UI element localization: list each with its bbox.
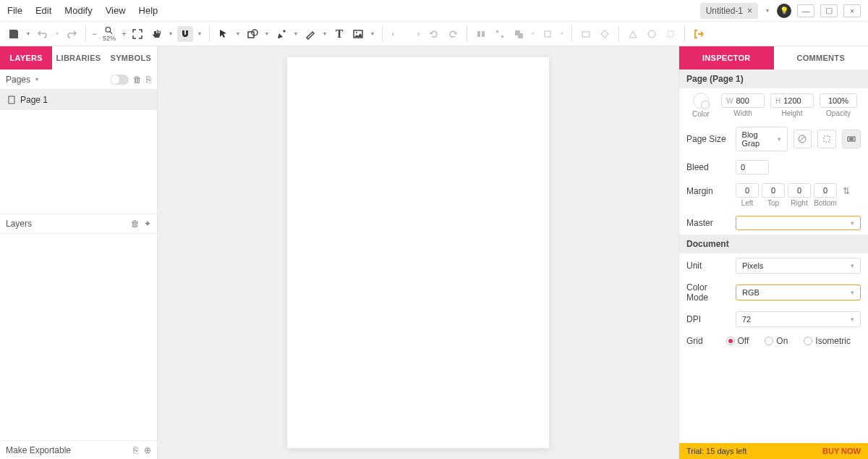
- flip-v-icon[interactable]: [407, 26, 423, 42]
- window-close-button[interactable]: ×: [843, 4, 861, 17]
- orientation-auto-icon[interactable]: [842, 130, 861, 148]
- pages-section-header: Pages ▾ 🗑 ⎘: [0, 70, 157, 90]
- dpi-dropdown[interactable]: 72▾: [736, 311, 861, 327]
- align-group-icon[interactable]: [473, 26, 489, 42]
- select-dropdown-icon[interactable]: ▾: [234, 30, 242, 37]
- orientation-portrait-icon[interactable]: [793, 130, 812, 148]
- unit-label: Unit: [686, 261, 730, 271]
- tab-libraries[interactable]: LIBRARIES: [52, 46, 104, 70]
- boolean-icon[interactable]: [511, 26, 527, 42]
- zoom-tool-icon[interactable]: 52%: [100, 26, 119, 42]
- snap-dropdown-icon[interactable]: ▾: [196, 30, 203, 37]
- layers-add-icon[interactable]: ✦: [144, 219, 151, 229]
- crop-icon[interactable]: [663, 26, 678, 42]
- margin-right-input[interactable]: 0: [788, 183, 811, 198]
- distribute-icon[interactable]: [492, 26, 508, 42]
- pan-dropdown-icon[interactable]: ▾: [167, 30, 174, 37]
- document-tab[interactable]: Untitled-1 ×: [700, 3, 758, 19]
- svg-point-5: [356, 32, 357, 33]
- fit-screen-icon[interactable]: [129, 26, 145, 42]
- arrange-dropdown-icon[interactable]: ▾: [558, 30, 566, 37]
- pages-label: Pages: [6, 75, 30, 85]
- flip-h-icon[interactable]: [388, 26, 404, 42]
- pen-dropdown-icon[interactable]: ▾: [292, 30, 299, 37]
- make-exportable-bar[interactable]: Make Exportable ⎘ ⊕: [0, 440, 157, 459]
- pages-dropdown-icon[interactable]: ▾: [33, 76, 41, 83]
- bleed-input[interactable]: 0: [736, 160, 769, 174]
- zoom-minus-icon[interactable]: −: [92, 29, 97, 39]
- page-color-swatch[interactable]: [693, 93, 709, 109]
- grid-isometric-radio[interactable]: Isometric: [804, 336, 851, 346]
- opacity-label: Opacity: [826, 109, 851, 117]
- tab-comments[interactable]: COMMENTS: [774, 46, 869, 70]
- save-dropdown-icon[interactable]: ▾: [25, 30, 32, 37]
- canvas-page[interactable]: [287, 57, 549, 448]
- shape-dropdown-icon[interactable]: ▾: [263, 30, 271, 37]
- brush-tool-icon[interactable]: [302, 26, 318, 42]
- text-tool-icon[interactable]: T: [331, 26, 347, 42]
- path-op2-icon[interactable]: [644, 26, 660, 42]
- zoom-plus-icon[interactable]: +: [122, 29, 127, 39]
- width-input[interactable]: W800: [721, 93, 765, 108]
- margin-top-input[interactable]: 0: [762, 183, 785, 198]
- pages-trash-icon[interactable]: 🗑: [133, 75, 142, 85]
- close-tab-icon[interactable]: ×: [747, 6, 752, 16]
- grid-off-radio[interactable]: Off: [726, 336, 749, 346]
- export-exit-icon[interactable]: [691, 26, 707, 42]
- redo-icon[interactable]: [64, 26, 80, 42]
- buy-now-link[interactable]: BUY NOW: [822, 447, 861, 455]
- window-minimize-button[interactable]: —: [797, 4, 814, 17]
- unit-dropdown[interactable]: Pixels▾: [736, 258, 861, 274]
- menu-help[interactable]: Help: [139, 5, 158, 16]
- brush-dropdown-icon[interactable]: ▾: [321, 30, 328, 37]
- undo-dropdown-icon[interactable]: ▾: [54, 30, 61, 37]
- menu-view[interactable]: View: [106, 5, 126, 16]
- svg-point-14: [648, 30, 655, 38]
- tab-dropdown-icon[interactable]: ▾: [764, 7, 771, 14]
- margin-left-input[interactable]: 0: [736, 183, 759, 198]
- tab-inspector[interactable]: INSPECTOR: [679, 46, 774, 70]
- menu-file[interactable]: File: [7, 5, 22, 16]
- hint-bulb-icon[interactable]: 💡: [777, 4, 791, 18]
- component-icon[interactable]: [597, 26, 613, 42]
- tab-layers[interactable]: LAYERS: [0, 46, 52, 70]
- orientation-landscape-icon[interactable]: [817, 130, 836, 148]
- margin-lock-icon[interactable]: ⇅: [843, 183, 850, 196]
- arrange-icon[interactable]: [540, 26, 556, 42]
- boolean-dropdown-icon[interactable]: ▾: [529, 30, 537, 37]
- rotate-ccw-icon[interactable]: [426, 26, 442, 42]
- master-dropdown[interactable]: ▾: [736, 216, 861, 230]
- export-settings-icon[interactable]: ⎘: [133, 445, 138, 455]
- snap-magnet-icon[interactable]: [177, 26, 193, 42]
- svg-line-18: [799, 136, 805, 142]
- pages-toggle[interactable]: [110, 75, 129, 85]
- tab-symbols[interactable]: SYMBOLS: [105, 46, 157, 70]
- export-label: Make Exportable: [6, 445, 71, 455]
- window-maximize-button[interactable]: ▢: [820, 4, 838, 17]
- grid-on-radio[interactable]: On: [765, 336, 788, 346]
- pan-hand-icon[interactable]: [148, 26, 164, 42]
- toolbar-divider: [209, 26, 210, 42]
- export-add-icon[interactable]: ⊕: [144, 445, 151, 455]
- save-icon[interactable]: [6, 26, 22, 42]
- margin-bottom-input[interactable]: 0: [814, 183, 837, 198]
- undo-icon[interactable]: [35, 26, 51, 42]
- path-op1-icon[interactable]: [625, 26, 641, 42]
- layers-trash-icon[interactable]: 🗑: [131, 219, 140, 229]
- colormode-dropdown[interactable]: RGB▾: [736, 285, 861, 300]
- rotate-cw-icon[interactable]: [445, 26, 461, 42]
- mask-icon[interactable]: [578, 26, 594, 42]
- canvas-area[interactable]: [158, 46, 678, 459]
- image-dropdown-icon[interactable]: ▾: [369, 30, 376, 37]
- select-arrow-icon[interactable]: [216, 26, 231, 42]
- menu-edit[interactable]: Edit: [35, 5, 51, 16]
- height-input[interactable]: H1200: [770, 93, 814, 108]
- shape-tool-icon[interactable]: [244, 26, 260, 42]
- opacity-input[interactable]: 100%: [820, 93, 857, 108]
- page-size-dropdown[interactable]: Blog Grap▾: [736, 127, 788, 151]
- pages-add-icon[interactable]: ⎘: [146, 75, 151, 85]
- image-tool-icon[interactable]: [350, 26, 366, 42]
- page-list-item[interactable]: Page 1: [0, 90, 157, 110]
- menu-modify[interactable]: Modify: [64, 5, 92, 16]
- pen-tool-icon[interactable]: [273, 26, 289, 42]
